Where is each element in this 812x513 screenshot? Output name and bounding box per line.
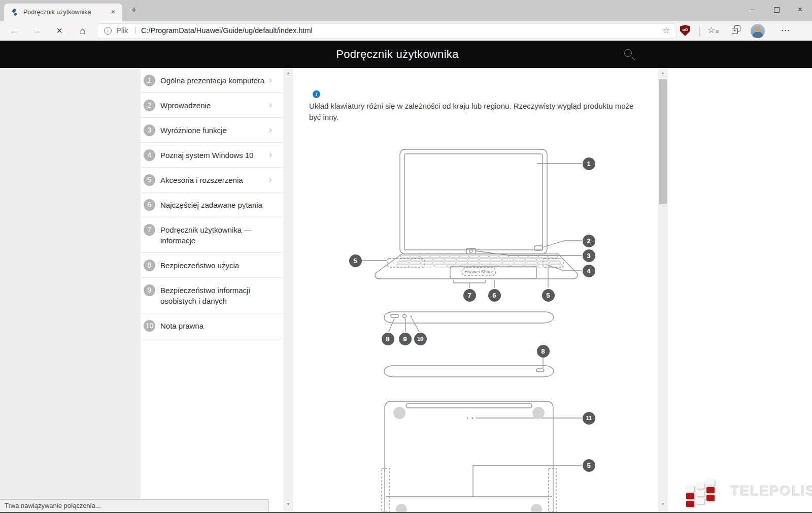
laptop-bottom-view: [382, 401, 556, 512]
sidebar-item-label: Nota prawna: [160, 313, 276, 338]
scroll-up-icon[interactable]: ▲: [658, 71, 668, 75]
diagram-callout-4: 4: [583, 265, 595, 277]
add-favorite-star-icon[interactable]: ☆: [663, 25, 670, 35]
left-gutter: [0, 68, 141, 512]
diagram-callout-5: 5: [349, 254, 362, 267]
laptop-right-side-view: [384, 366, 554, 377]
sidebar-item-number: 6: [144, 199, 155, 211]
window-minimize-button[interactable]: [740, 0, 764, 20]
new-tab-button[interactable]: +: [128, 5, 140, 17]
sidebar-item-label: Wyróżnione funkcje: [160, 118, 276, 142]
sidebar-item-label: Podręcznik użytkownika — informacje: [160, 217, 276, 252]
sidebar-item[interactable]: 10Nota prawna: [141, 313, 283, 338]
ublock-extension-icon[interactable]: uO: [680, 25, 691, 37]
sidebar-item[interactable]: 1Ogólna prezentacja komputera›: [141, 68, 283, 93]
avatar-head: [755, 26, 761, 32]
sidebar-item-label: Bezpieczeństwo informacji osobistych i d…: [160, 278, 276, 313]
scroll-down-icon[interactable]: ▼: [658, 502, 668, 506]
diagram-callout-6: 6: [488, 289, 501, 302]
note-text: Układ klawiatury różni się w zależności …: [309, 101, 638, 122]
diagram-callout-10: 10: [414, 333, 427, 345]
laptop-left-side-view: [384, 312, 554, 323]
browser-toolbar: ← → × ⌂ i Plik | C:/ProgramData/Huawei/G…: [0, 21, 812, 41]
logo-square: [696, 498, 704, 504]
diagram-callout-5: 5: [542, 289, 555, 302]
logo-square: [686, 493, 694, 499]
sidebar-item-number: 3: [144, 124, 155, 136]
chevron-right-icon: ›: [269, 149, 272, 160]
diagram-callout-11: 11: [583, 412, 595, 425]
content-scrollbar[interactable]: ▲ ▼: [658, 68, 668, 512]
favorites-bar-button[interactable]: ☆ ≡: [707, 24, 722, 38]
diagram-callout-9: 9: [399, 333, 412, 345]
logo-square: [696, 483, 704, 489]
laptop-front-view: [375, 149, 578, 279]
logo-square: [696, 490, 704, 496]
browser-window: Podręcznik użytkownika × + × ← → × ⌂ i P…: [0, 0, 812, 513]
sidebar-item-label: Najczęściej zadawane pytania: [160, 193, 276, 217]
sidebar-item-label: Akcesoria i rozszerzenia: [160, 168, 276, 192]
telepolis-watermark: TELEPOLIS: [680, 474, 807, 511]
search-icon[interactable]: [623, 48, 637, 62]
huawei-share-label: Huawei Share: [464, 269, 493, 274]
sidebar-item-number: 10: [144, 320, 155, 332]
diagram-callout-8: 8: [382, 333, 394, 345]
scroll-up-icon[interactable]: ▲: [283, 71, 293, 75]
diagram-callout-5: 5: [583, 459, 595, 472]
diagram-callout-2: 2: [583, 235, 595, 247]
sidebar-item-number: 2: [144, 100, 155, 111]
sidebar-toc: 1Ogólna prezentacja komputera›2Wprowadze…: [141, 68, 283, 512]
sidebar-item[interactable]: 3Wyróżnione funkcje›: [141, 118, 283, 143]
scroll-down-icon[interactable]: ▼: [283, 502, 293, 506]
status-bar: Trwa nawiązywanie połączenia...: [0, 499, 269, 512]
sidebar-item[interactable]: 7Podręcznik użytkownika — informacje: [141, 217, 283, 253]
sidebar-item[interactable]: 2Wprowadzenie›: [141, 93, 283, 118]
sidebar-item-label: Poznaj system Windows 10: [160, 143, 276, 167]
back-button[interactable]: ←: [5, 21, 23, 41]
sidebar-item[interactable]: 8Bezpieczeństwo użycia: [141, 253, 283, 278]
tab-close-icon[interactable]: ×: [109, 7, 118, 16]
url-text[interactable]: C:/ProgramData/Huawei/Guide/ug/default/i…: [141, 26, 313, 35]
url-separator: |: [134, 25, 137, 34]
collections-button[interactable]: +: [731, 25, 742, 37]
window-close-button[interactable]: ×: [788, 0, 812, 20]
sidebar-item-label: Ogólna prezentacja komputera: [160, 68, 276, 92]
window-maximize-button[interactable]: [765, 0, 789, 20]
page-title: Podręcznik użytkownika: [0, 41, 795, 68]
chevron-right-icon: ›: [269, 74, 272, 85]
mic-led-dots: [411, 316, 473, 419]
sidebar-item[interactable]: 4Poznaj system Windows 10›: [141, 143, 283, 168]
home-button[interactable]: ⌂: [74, 21, 92, 41]
logo-square: [706, 495, 715, 501]
sidebar-item[interactable]: 9Bezpieczeństwo informacji osobistych i …: [141, 278, 283, 313]
diagram-callout-1: 1: [583, 157, 595, 170]
logo-square: [706, 479, 715, 486]
settings-menu-button[interactable]: ⋯: [776, 21, 795, 41]
tab-bar: Podręcznik użytkownika × + ×: [0, 0, 812, 21]
sidebar-item-number: 5: [144, 174, 155, 186]
sidebar-item-label: Bezpieczeństwo użycia: [160, 253, 276, 277]
url-scheme-label: Plik: [116, 26, 128, 35]
forward-button[interactable]: →: [27, 21, 46, 41]
logo-square: [706, 487, 715, 493]
guide-header: Podręcznik użytkownika: [0, 41, 812, 68]
sidebar-item[interactable]: 5Akcesoria i rozszerzenia›: [141, 168, 283, 193]
sidebar-item[interactable]: 6Najczęściej zadawane pytania: [141, 193, 283, 217]
sidebar-scrollbar[interactable]: ▲ ▼: [283, 68, 293, 512]
address-bar[interactable]: i Plik | C:/ProgramData/Huawei/Guide/ug/…: [97, 24, 676, 38]
tab-title: Podręcznik użytkownika: [23, 9, 91, 16]
chevron-right-icon: ›: [269, 124, 272, 135]
diagram-callout-7: 7: [463, 289, 476, 302]
browser-tab[interactable]: Podręcznik użytkownika ×: [4, 4, 122, 21]
sidebar-item-number: 8: [144, 260, 155, 271]
laptop-feet: [393, 407, 545, 512]
stop-loading-button[interactable]: ×: [50, 21, 69, 41]
sidebar-item-number: 7: [144, 224, 155, 236]
sidebar-item-number: 9: [144, 284, 155, 296]
note-info-icon: i: [313, 90, 320, 98]
profile-avatar[interactable]: [751, 24, 765, 38]
page-info-icon[interactable]: i: [104, 27, 112, 35]
scrollbar-thumb[interactable]: [659, 79, 667, 204]
toolbar-divider: [699, 26, 700, 36]
diagram-callout-3: 3: [583, 249, 595, 262]
